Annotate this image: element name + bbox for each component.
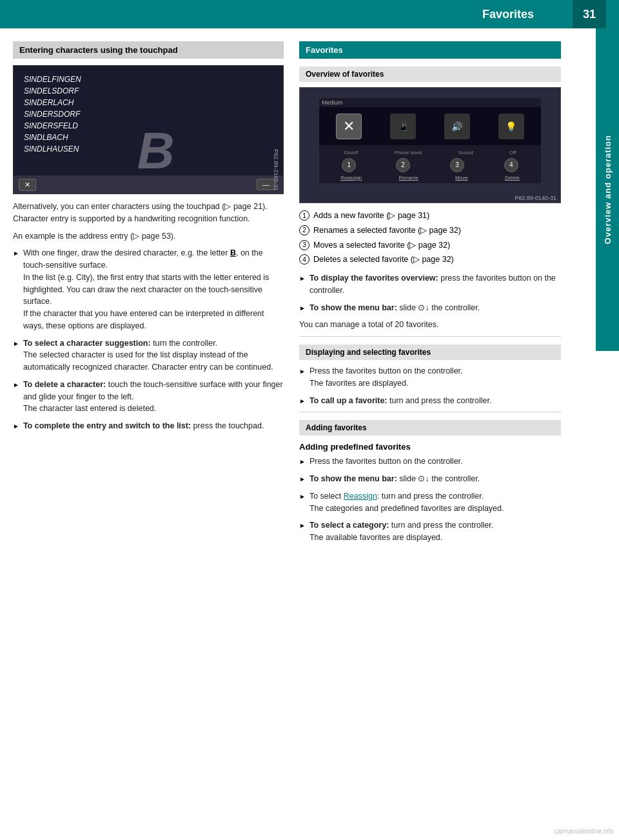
list-item: SINDERSDORF xyxy=(24,108,273,120)
arrow-item-2-bold: To select a character suggestion: xyxy=(23,339,151,348)
list-item: SINDERLACH xyxy=(24,97,273,108)
fav-action-delete[interactable]: Delete xyxy=(505,175,520,181)
touchpad-image: SINDELFINGEN SINDELSDORF SINDERLACH SIND… xyxy=(13,65,284,194)
arrow-item-3-bold: To delete a character: xyxy=(23,380,106,389)
header-bar: Favorites 31 xyxy=(0,0,619,28)
separator-2 xyxy=(299,412,561,412)
right-arrow-item-2: ► To show the menu bar: slide ⊙↓ the con… xyxy=(299,302,561,314)
touchpad-letter: B xyxy=(137,121,175,181)
num-circle-3: 3 xyxy=(299,240,310,250)
adding-subheader: Adding predefined favorites xyxy=(299,442,561,452)
right-sidebar-tab: Overview and operation xyxy=(596,28,619,351)
arrow-item-1: ► With one finger, draw the desired char… xyxy=(13,247,284,332)
numbered-list: 1 Adds a new favorite (▷ page 31) 2 Rena… xyxy=(299,210,561,266)
adding-item-1: ► Press the favorites button on the cont… xyxy=(299,455,561,468)
right-arrow-item-1: ► To display the favorites overview: pre… xyxy=(299,272,561,297)
left-body-text-1: Alternatively, you can enter characters … xyxy=(13,201,284,225)
fav-label-on-off: On/off xyxy=(344,150,358,155)
letter-b: B xyxy=(230,248,236,257)
arrow-icon: ► xyxy=(299,303,306,314)
sidebar-tab-label: Overview and operation xyxy=(603,135,613,244)
num-circle-4: 4 xyxy=(299,254,310,265)
num-item-2: 2 Renames a selected favorite (▷ page 32… xyxy=(299,225,561,237)
fav-medium-label: Medium xyxy=(319,98,540,107)
main-content: Entering characters using the touchpad S… xyxy=(0,28,619,562)
displaying-item-1: ► Press the favorites button on the cont… xyxy=(299,365,561,390)
adding-item-3: ► To select Reassign: turn and press the… xyxy=(299,490,561,515)
fav-action-rename[interactable]: Rename xyxy=(399,175,418,181)
fav-action-reassign[interactable]: Reassign xyxy=(340,175,362,181)
arrow-icon: ► xyxy=(13,248,19,332)
fav-label-sound: Sound xyxy=(458,150,473,155)
page-number: 31 xyxy=(573,0,606,28)
fav-label-phone: Phone book xyxy=(394,150,422,155)
header-title: Favorites xyxy=(482,8,534,21)
left-section-header: Entering characters using the touchpad xyxy=(13,41,284,59)
right-arrow-2-bold: To show the menu bar: xyxy=(310,303,397,312)
touchpad-bottom-bar: ✕ — xyxy=(14,175,283,194)
fav-num-2: 2 xyxy=(396,158,410,172)
fav-screen-inner: Medium ✕ 📱 🔊 💡 On/off Phone book So xyxy=(319,98,540,183)
fav-label-off: Off xyxy=(509,150,516,155)
fav-action-move[interactable]: Move xyxy=(455,175,468,181)
num-circle-1: 1 xyxy=(299,210,310,221)
fav-icon-x: ✕ xyxy=(336,114,362,139)
overview-header: Overview of favorites xyxy=(299,66,561,82)
watermark: carmanualonline.info xyxy=(555,828,614,835)
fav-numbers-row: 1 2 3 4 xyxy=(319,157,540,174)
fav-actions-row: Reassign Rename Move Delete xyxy=(319,174,540,183)
adding-header: Adding favorites xyxy=(299,420,561,435)
arrow-icon: ► xyxy=(299,521,306,544)
arrow-item-3: ► To delete a character: touch the touch… xyxy=(13,379,284,415)
arrow-icon: ► xyxy=(13,380,19,415)
touchpad-image-ref: P82.89-2165-31 xyxy=(273,149,279,191)
adding-4-bold: To select a category: xyxy=(310,521,389,530)
fav-icon-4: 💡 xyxy=(498,114,524,139)
arrow-item-2: ► To select a character suggestion: turn… xyxy=(13,337,284,374)
reassign-link[interactable]: Reassign xyxy=(344,492,377,501)
list-item: SINDELSDORF xyxy=(24,85,273,97)
favorites-display: Medium ✕ 📱 🔊 💡 On/off Phone book So xyxy=(299,87,561,203)
arrow-icon: ► xyxy=(13,339,19,374)
fav-num-4: 4 xyxy=(504,158,518,172)
fav-screen: Medium ✕ 📱 🔊 💡 On/off Phone book So xyxy=(300,88,560,194)
arrow-item-4: ► To complete the entry and switch to th… xyxy=(13,420,284,432)
arrow-icon: ► xyxy=(299,457,306,468)
arrow-icon: ► xyxy=(299,274,306,297)
fav-num-1: 1 xyxy=(342,158,356,172)
right-column: Favorites Overview of favorites Medium ✕… xyxy=(299,41,587,549)
num-item-4: 4 Deletes a selected favorite (▷ page 32… xyxy=(299,254,561,266)
left-body-text-2: An example is the address entry (▷ page … xyxy=(13,230,284,243)
favorites-section-header: Favorites xyxy=(299,41,561,59)
separator xyxy=(299,336,561,337)
adding-2-bold: To show the menu bar: xyxy=(310,474,397,483)
arrow-icon: ► xyxy=(299,396,306,407)
num-item-3: 3 Moves a selected favorite (▷ page 32) xyxy=(299,239,561,252)
fav-screen-top: ✕ 📱 🔊 💡 xyxy=(319,107,540,145)
fav-icon-3: 🔊 xyxy=(444,114,470,139)
total-favorites-text: You can manage a total of 20 favorites. xyxy=(299,319,561,331)
num-circle-2: 2 xyxy=(299,225,310,235)
fav-icon-2: 📱 xyxy=(390,114,416,139)
num-item-1: 1 Adds a new favorite (▷ page 31) xyxy=(299,210,561,222)
displaying-2-bold: To call up a favorite: xyxy=(310,396,388,405)
fav-image-ref: P82.89-0140-31 xyxy=(300,194,560,203)
arrow-item-4-bold: To complete the entry and switch to the … xyxy=(23,421,191,430)
arrow-icon: ► xyxy=(299,474,306,485)
displaying-header: Displaying and selecting favorites xyxy=(299,345,561,360)
right-arrow-1-bold: To display the favorites overview: xyxy=(310,274,438,283)
adding-item-2: ► To show the menu bar: slide ⊙↓ the con… xyxy=(299,473,561,485)
fav-screen-bottom: On/off Phone book Sound Off 1 2 3 4 xyxy=(319,145,540,183)
arrow-icon: ► xyxy=(13,421,19,432)
arrow-icon: ► xyxy=(299,492,306,515)
displaying-item-2: ► To call up a favorite: turn and press … xyxy=(299,395,561,407)
arrow-icon: ► xyxy=(299,366,306,390)
list-item: SINDELFINGEN xyxy=(24,74,273,85)
adding-item-4: ► To select a category: turn and press t… xyxy=(299,519,561,544)
left-column: Entering characters using the touchpad S… xyxy=(13,41,284,549)
touchpad-btn-left[interactable]: ✕ xyxy=(19,179,36,191)
fav-num-3: 3 xyxy=(450,158,464,172)
